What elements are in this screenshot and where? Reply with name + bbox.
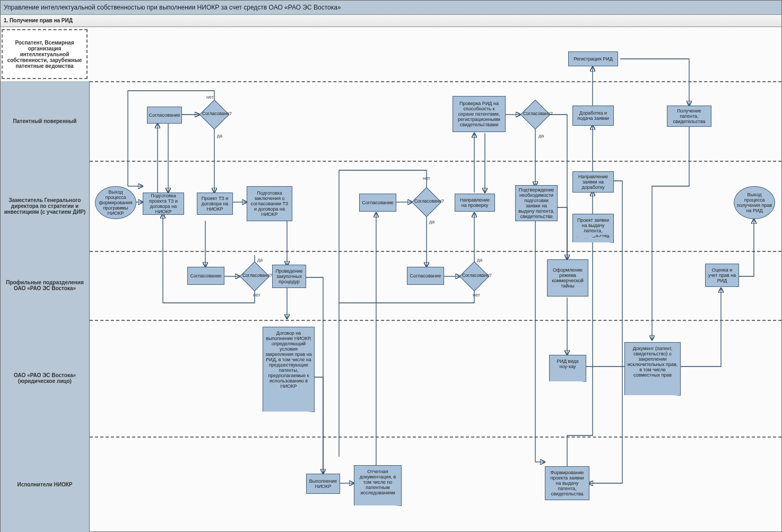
decision-3: Согласовано? <box>412 187 442 217</box>
node-confirm-need: Подтверждение необходимости подготовки з… <box>515 185 558 221</box>
label-no: нет <box>253 292 260 298</box>
decision-2: Согласовано? <box>240 261 270 292</box>
label-no: нет <box>206 94 214 100</box>
label-yes: да <box>257 257 263 263</box>
lane-divider <box>90 251 781 252</box>
decision-4: Согласовано? <box>459 261 490 292</box>
node-send-rework: Направление заявки на доработку <box>572 171 614 193</box>
node-rework-submit: Доработка и подача заявки <box>572 106 614 126</box>
doc-patent-doc: Документ (патент, свидетельство) о закре… <box>624 342 681 395</box>
label-yes: да <box>429 219 435 224</box>
lane-label-patent-attorney: Патентный поверенный <box>1 81 90 161</box>
swimlane-body: Роспатент, Всемирная организация интелле… <box>1 27 781 532</box>
decision-5: Согласовано? <box>520 100 551 130</box>
doc-report: Отчетная документация, в том числе по па… <box>354 465 402 505</box>
lane-divider <box>90 437 781 438</box>
label-yes: да <box>538 133 544 138</box>
node-form-application: Формирование проекта заявки на выдачу па… <box>545 466 589 500</box>
label-yes: да <box>477 257 482 263</box>
node-trade-secret: Оформление режима коммерческой тайны <box>547 259 588 296</box>
node-agree-2: Согласование <box>187 267 224 285</box>
node-agree-4: Согласование <box>407 267 444 285</box>
node-prepare-tz: Подготовка проекта ТЗ и договора на НИОК… <box>143 193 184 215</box>
node-agree-1: Согласование <box>147 107 182 124</box>
lane-divider <box>90 161 781 162</box>
doc-application-project: Проект заявки на выдачу патента, свидете… <box>572 214 614 242</box>
doc-knowhow: РИД вида ноу-хау <box>549 355 586 381</box>
lane-label-deputy-director: Заместитель Генерального директора по ст… <box>1 161 90 251</box>
node-procurement: Проведение закупочных процедур <box>272 265 306 288</box>
node-get-patent: Получение патента, свидетельства <box>667 106 711 127</box>
lane-label-profile-dept: Профильные подразделения ОАО «РАО ЭС Вос… <box>1 251 90 320</box>
label-no: нет <box>423 176 430 181</box>
node-prepare-conclusion: Подготовка заключения о согласовании ТЗ … <box>247 186 292 221</box>
label-yes: да <box>217 133 222 138</box>
node-valuation: Оценка и учет прав на РИД <box>705 264 739 287</box>
lane-divider <box>90 81 781 82</box>
lane-label-executors: Исполнители НИОКР <box>1 437 90 532</box>
start-node: Выход процесса формирования программы НИ… <box>95 186 136 219</box>
node-agree-3: Согласование <box>359 194 396 212</box>
decision-1: Согласовано? <box>199 100 230 130</box>
node-register-rid: Регистрация РИД <box>568 51 618 66</box>
page-title: Управление интеллектуальной собственност… <box>4 4 341 11</box>
node-execute-niokr: Выполнение НИОКР <box>306 474 340 494</box>
doc-contract: Договор на выполнение НИОКР, определяющи… <box>263 327 315 412</box>
lane-label-rospatent: Роспатент, Всемирная организация интелле… <box>2 29 88 79</box>
title-bar: Управление интеллектуальной собственност… <box>1 1 781 15</box>
lane-divider <box>90 320 781 321</box>
node-send-check: Направление на проверку <box>455 194 495 212</box>
end-node: Выход процесса получения прав на РИД <box>734 186 775 219</box>
node-project-tz: Проект ТЗ и договора на НИОКР <box>197 193 233 215</box>
label-no: нет <box>473 292 480 298</box>
lane-label-legal-entity: ОАО «РАО ЭС Востока» (юридическое лицо) <box>1 320 90 437</box>
section-bar: 1. Получение прав на РИД <box>1 15 781 27</box>
section-title: 1. Получение прав на РИД <box>4 18 73 23</box>
diagram-frame: Управление интеллектуальной собственност… <box>0 0 782 532</box>
node-check-rid: Проверка РИД на способность к охране пат… <box>453 96 506 132</box>
